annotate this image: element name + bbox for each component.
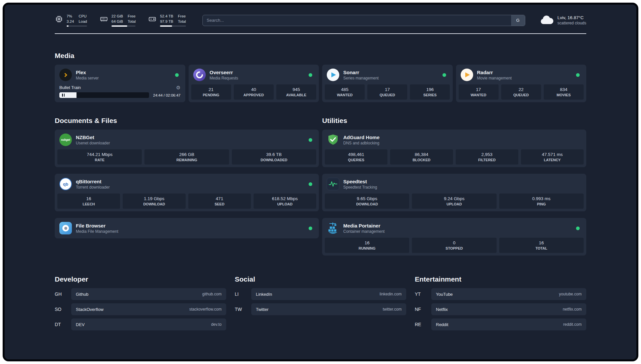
- search-provider-button[interactable]: G: [511, 15, 525, 26]
- stat-tile-download: 9.65 GbpsDOWNLOAD: [325, 194, 409, 209]
- bookmark-abbr: LI: [235, 291, 246, 297]
- portainer-icon: [327, 222, 339, 234]
- bookmark-domain: netflix.com: [563, 307, 582, 312]
- ram-free-value: 22 GiB: [111, 14, 123, 18]
- cpu-load-label: Load: [78, 19, 87, 24]
- adguard-icon: [327, 134, 339, 146]
- bookmark-abbr: YT: [415, 291, 426, 297]
- ram-free-label: Free: [128, 14, 136, 18]
- disk-free-label: Free: [178, 14, 186, 18]
- status-dot: [309, 138, 312, 142]
- section-documents: Documents & Files nzbget NZBGet Usenet d…: [55, 117, 319, 256]
- cpu-label: CPU: [78, 14, 87, 18]
- sonarr-icon: [327, 69, 339, 81]
- service-subtitle: Series management: [343, 76, 379, 80]
- search-bar: G: [202, 15, 525, 26]
- stat-tile-latency: 47.571 msLATENCY: [521, 149, 584, 165]
- service-card-speedtest[interactable]: Speedtest Speedtest Tracking 9.65 GbpsDO…: [322, 174, 586, 211]
- bookmark-link-twitter[interactable]: Twitter twitter.com: [251, 303, 406, 315]
- service-card-radarr[interactable]: Radarr Movie management 17WANTED 22QUEUE…: [456, 65, 587, 102]
- media-card-grid: Plex Media server Bullet Train ⚙: [55, 65, 586, 102]
- bookmark-domain: twitter.com: [383, 307, 402, 312]
- bookmark-domain: youtube.com: [559, 292, 582, 296]
- bookmark-linkedin: LI LinkedIn linkedin.com: [235, 288, 406, 300]
- stat-tile-wanted: 485WANTED: [325, 84, 365, 100]
- plex-icon: [59, 69, 72, 81]
- bookmark-netflix: NF Netflix netflix.com: [415, 303, 586, 315]
- service-card-nzbget[interactable]: nzbget NZBGet Usenet downloader 744.21 M…: [55, 130, 319, 167]
- service-subtitle: Media File Management: [76, 229, 118, 234]
- stat-tile-stopped: 0STOPPED: [412, 238, 496, 253]
- search-input[interactable]: [203, 15, 511, 26]
- status-dot: [309, 182, 312, 186]
- stat-tile-download: 1.19 GbpsDOWNLOAD: [123, 194, 185, 209]
- service-name: Radarr: [477, 70, 512, 75]
- bookmark-link-reddit[interactable]: Reddit reddit.com: [431, 318, 586, 330]
- ram-progress-fill: [111, 25, 127, 27]
- topbar-divider: [55, 33, 586, 34]
- developer-section-title: Developer: [55, 275, 226, 283]
- ram-total-label: Total: [128, 19, 136, 24]
- status-dot: [576, 227, 580, 230]
- cpu-progress-bar: [67, 25, 87, 27]
- playback-progress-bar[interactable]: [59, 92, 149, 98]
- weather-location: Lviv, 16.87°C: [558, 15, 586, 20]
- stat-tile-ping: 0.993 msPING: [499, 194, 584, 209]
- filebrowser-icon: [59, 222, 72, 234]
- stat-tile-remaining: 266 GBREMAINING: [144, 149, 229, 165]
- status-dot: [443, 73, 446, 77]
- gear-icon[interactable]: ⚙: [176, 85, 180, 90]
- service-card-overseerr[interactable]: Overseerr Media Requests 21PENDING 40APP…: [189, 65, 319, 102]
- bookmark-domain: linkedin.com: [380, 292, 402, 296]
- bookmark-name: Github: [76, 292, 88, 297]
- overseerr-icon: [193, 69, 206, 81]
- service-name: Speedtest: [343, 179, 377, 184]
- stat-tile-total: 16TOTAL: [499, 238, 584, 253]
- stat-tile-queries: 498,461QUERIES: [325, 149, 387, 165]
- stat-tile-leech: 16LEECH: [57, 194, 120, 209]
- bookmark-domain: reddit.com: [563, 322, 582, 327]
- bookmark-name: DEV: [76, 322, 85, 327]
- now-playing-title: Bullet Train: [59, 85, 81, 90]
- radarr-icon: [461, 69, 473, 81]
- playback-time: 24:44 / 02:06:47: [153, 93, 180, 97]
- dashboard: 7% 3.24 CPU Load 22 GiB: [3, 3, 638, 361]
- bookmark-reddit: RE Reddit reddit.com: [415, 318, 586, 330]
- disk-values: 52.4 TB 97.9 TB Free Total: [160, 14, 186, 27]
- bookmark-abbr: DT: [55, 322, 66, 327]
- weather-widget[interactable]: Lviv, 16.87°C scattered clouds: [540, 15, 586, 26]
- cpu-values: 7% 3.24 CPU Load: [67, 14, 87, 27]
- stat-tile-downloaded: 39.6 TBDOWNLOADED: [232, 149, 316, 165]
- documents-section-title: Documents & Files: [55, 117, 319, 125]
- pause-icon[interactable]: [62, 94, 65, 97]
- service-card-portainer[interactable]: Media Portainer Container management 16R…: [322, 218, 586, 256]
- utilities-section-title: Utilities: [322, 117, 586, 125]
- service-card-qbittorrent[interactable]: qb qBittorrent Torrent downloader 16LEEC…: [55, 174, 319, 211]
- service-card-adguard[interactable]: AdGuard Home DNS and adblocking 498,461Q…: [322, 130, 586, 167]
- bookmark-link-youtube[interactable]: YouTube youtube.com: [431, 288, 586, 300]
- bookmark-link-netflix[interactable]: Netflix netflix.com: [431, 303, 586, 315]
- cpu-load-value: 3.24: [67, 19, 74, 24]
- service-card-filebrowser[interactable]: File Browser Media File Management: [55, 218, 319, 238]
- bookmark-link-linkedin[interactable]: LinkedIn linkedin.com: [251, 288, 406, 300]
- stat-tile-pending: 21PENDING: [191, 84, 231, 100]
- service-name: NZBGet: [76, 135, 110, 140]
- bookmark-link-stackoverflow[interactable]: StackOverflow stackoverflow.com: [71, 303, 226, 315]
- bookmark-domain: dev.to: [211, 322, 222, 327]
- bookmark-link-dev[interactable]: DEV dev.to: [71, 318, 226, 330]
- status-dot: [175, 73, 179, 77]
- social-section-title: Social: [235, 275, 406, 283]
- section-entertainment: Entertainment YT YouTube youtube.com NF …: [415, 275, 586, 330]
- service-card-plex[interactable]: Plex Media server Bullet Train ⚙: [55, 65, 185, 102]
- bookmark-link-github[interactable]: Github github.com: [71, 288, 226, 300]
- service-card-sonarr[interactable]: Sonarr Series management 485WANTED 17QUE…: [322, 65, 453, 102]
- weather-text: Lviv, 16.87°C scattered clouds: [558, 15, 586, 25]
- ram-metric: 22 GiB 64 GiB Free Total: [100, 14, 136, 27]
- stat-tile-queued: 22QUEUED: [501, 84, 541, 100]
- stat-tile-approved: 40APPROVED: [234, 84, 274, 100]
- bookmark-abbr: TW: [235, 307, 246, 312]
- service-subtitle: Media Requests: [210, 76, 238, 80]
- bookmark-name: LinkedIn: [256, 292, 272, 297]
- section-utilities: Utilities AdGuard Home DNS and adblockin…: [322, 117, 586, 256]
- stat-tile-rate: 744.21 MbpsRATE: [57, 149, 142, 165]
